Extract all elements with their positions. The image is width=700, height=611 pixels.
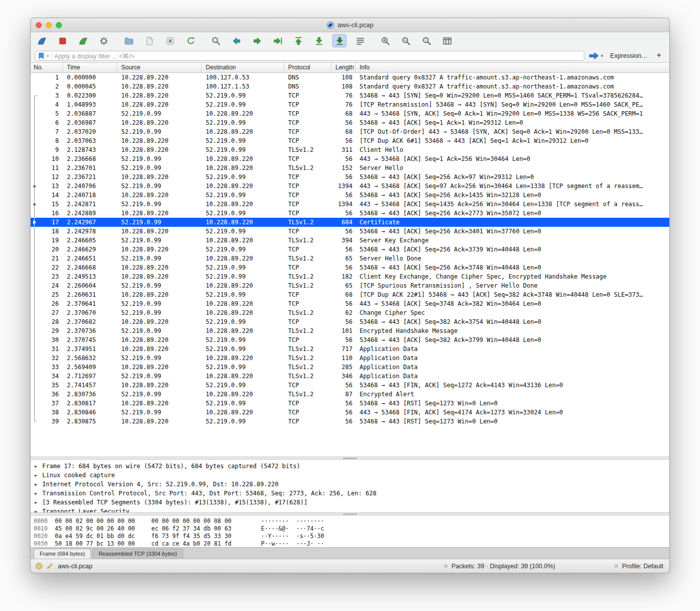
detail-item-3[interactable]: ▶Transmission Control Protocol, Src Port… [31,489,669,498]
colorize-button[interactable] [353,34,367,47]
packet-row-26[interactable]: 262.37064152.219.0.9910.228.89.220TCP564… [31,299,669,308]
go-to-last-button[interactable] [312,34,326,47]
filter-bookmark-icon[interactable] [38,52,44,59]
column-header-no[interactable]: No. [31,63,63,72]
pane-splitter-bottom[interactable] [31,512,669,515]
packet-row-33[interactable]: 332.56940910.228.89.22052.219.0.99TLSv1.… [31,363,669,372]
packet-row-25[interactable]: 252.26063110.228.89.22052.219.0.99TCP68[… [31,290,669,299]
expression-button[interactable]: Expression… [607,52,650,59]
detail-item-2[interactable]: ▶Internet Protocol Version 4, Src: 52.21… [31,480,669,489]
packet-row-9[interactable]: 92.12874310.228.89.22052.219.0.99TLSv1.2… [31,145,669,154]
apply-filter-button[interactable]: ▾ [588,52,603,60]
pane-splitter-top[interactable] [31,457,669,460]
packet-row-21[interactable]: 212.24665152.219.0.9910.228.89.220TLSv1.… [31,254,669,263]
go-forward-button[interactable] [250,34,264,47]
packet-row-5[interactable]: 52.03688752.219.0.9910.228.89.220TCP6844… [31,109,669,118]
hex-row-0030[interactable]: 003050 18 00 77 bc 13 00 00cd ca ce 4a b… [31,540,669,547]
packet-row-38[interactable]: 382.83084652.219.0.9910.228.89.220TCP564… [31,408,669,417]
packet-row-39[interactable]: 392.83087510.228.89.22052.219.0.99TCP565… [31,417,669,426]
packet-row-20[interactable]: 202.24662910.228.89.22052.219.0.99TCP565… [31,245,669,254]
splitter-handle[interactable] [343,458,357,459]
start-capture-button[interactable] [35,34,49,47]
packet-detail-pane[interactable]: ▶Frame 17: 684 bytes on wire (5472 bits)… [31,460,669,512]
packet-row-29[interactable]: 292.37073652.219.0.9910.228.89.220TLSv1.… [31,326,669,335]
restart-capture-button[interactable] [76,34,90,47]
packet-row-10[interactable]: 102.23666852.219.0.9910.228.89.220TCP564… [31,154,669,163]
packet-row-18[interactable]: 182.24297810.228.89.22052.219.0.99TCP565… [31,227,669,236]
minimize-window-button[interactable] [46,22,52,28]
packet-row-28[interactable]: 282.37068210.228.89.22052.219.0.99TCP565… [31,317,669,326]
capture-comment-icon[interactable] [46,562,54,570]
packet-row-37[interactable]: 372.83081710.228.89.22052.219.0.99TCP565… [31,399,669,408]
capture-options-button[interactable] [97,34,111,47]
apply-filter-chevron-icon[interactable]: ▾ [601,53,603,58]
packet-list-body[interactable]: 10.00000010.228.89.220100.127.0.53DNS108… [31,73,669,457]
packet-row-36[interactable]: 362.83073652.219.0.9910.228.89.220TLSv1.… [31,390,669,399]
save-file-button[interactable] [142,34,156,47]
packet-row-16[interactable]: 162.24288910.228.89.22052.219.0.99TCP565… [31,209,669,218]
zoom-out-button[interactable] [399,34,413,47]
packet-row-14[interactable]: 142.24071810.228.89.22052.219.0.99TCP565… [31,191,669,200]
packet-row-22[interactable]: 222.24666810.228.89.22052.219.0.99TCP565… [31,263,669,272]
bytes-tab-0[interactable]: Frame (684 bytes) [34,549,91,559]
column-header-destination[interactable]: Destination [202,63,284,72]
column-header-info[interactable]: Info [356,63,669,72]
zoom-in-button[interactable] [378,34,392,47]
packet-row-27[interactable]: 272.37067052.219.0.9910.228.89.220TLSv1.… [31,308,669,317]
column-header-time[interactable]: Time [63,63,117,72]
status-profile-group[interactable]: Profile: Default [615,563,663,570]
packet-row-24[interactable]: 242.26060452.219.0.9910.228.89.220TLSv1.… [31,281,669,290]
go-to-packet-button[interactable] [271,34,285,47]
zoom-window-button[interactable] [56,22,62,28]
title-bar[interactable]: aws-cli.pcap [31,18,669,32]
detail-item-5[interactable]: ▶Transport Layer Security [31,507,669,512]
disclosure-triangle-icon[interactable]: ▶ [35,489,42,498]
close-window-button[interactable] [36,22,42,28]
packet-row-8[interactable]: 82.03706310.228.89.22052.219.0.99TCP56[T… [31,136,669,145]
packet-row-17[interactable]: 172.24296752.219.0.9910.228.89.220TLSv1.… [31,218,669,227]
resize-columns-button[interactable] [440,34,454,47]
disclosure-triangle-icon[interactable]: ▶ [35,480,42,489]
packet-row-34[interactable]: 342.71269752.219.0.9910.228.89.220TLSv1.… [31,372,669,381]
close-file-button[interactable] [163,34,177,47]
add-filter-button[interactable]: + [655,51,665,61]
disclosure-triangle-icon[interactable]: ▶ [35,462,42,471]
display-filter-input[interactable]: ▾ Apply a display filter ... <⌘/> [35,51,584,61]
open-file-button[interactable] [122,34,136,47]
hex-row-0010[interactable]: 001045 00 02 9c 00 26 40 00ec 06 f2 37 3… [31,525,669,533]
packet-row-13[interactable]: 132.24070652.219.0.9910.228.89.220TCP139… [31,182,669,191]
packet-bytes-pane[interactable]: 000000 00 02 00 00 00 00 0000 00 00 00 0… [31,515,669,547]
packet-row-30[interactable]: 302.37074510.228.89.22052.219.0.99TCP565… [31,335,669,344]
disclosure-triangle-icon[interactable]: ▶ [35,498,42,507]
packet-row-2[interactable]: 20.00004510.228.89.220100.127.1.53DNS108… [31,82,669,91]
expert-info-icon[interactable] [36,563,42,569]
packet-row-31[interactable]: 312.37495110.228.89.22052.219.0.99TLSv1.… [31,344,669,354]
packet-row-4[interactable]: 41.04899310.228.89.22052.219.0.99TCP76[T… [31,100,669,109]
packet-row-1[interactable]: 10.00000010.228.89.220100.127.0.53DNS108… [31,73,669,82]
packet-row-12[interactable]: 122.23672110.228.89.22052.219.0.99TCP565… [31,172,669,182]
stop-capture-button[interactable] [55,34,69,47]
auto-scroll-button[interactable] [332,34,346,47]
packet-row-6[interactable]: 62.03698710.228.89.22052.219.0.99TCP5653… [31,118,669,127]
packet-row-23[interactable]: 232.24951310.228.89.22052.219.0.99TLSv1.… [31,272,669,281]
column-header-protocol[interactable]: Protocol [284,63,331,72]
disclosure-triangle-icon[interactable]: ▶ [35,471,42,480]
column-header-length[interactable]: Length [331,63,356,72]
packet-row-7[interactable]: 72.03702052.219.0.9910.228.89.220TCP68[T… [31,127,669,136]
zoom-reset-button[interactable]: 1 [419,34,433,47]
go-back-button[interactable] [229,34,243,47]
detail-item-0[interactable]: ▶Frame 17: 684 bytes on wire (5472 bits)… [31,462,669,471]
disclosure-triangle-icon[interactable]: ▶ [35,507,42,512]
packet-row-19[interactable]: 192.24660552.219.0.9910.228.89.220TLSv1.… [31,236,669,245]
find-packet-button[interactable] [209,34,223,47]
go-to-first-button[interactable] [291,34,305,47]
packet-row-35[interactable]: 352.74145710.228.89.22052.219.0.99TCP565… [31,381,669,390]
detail-item-1[interactable]: ▶Linux cooked capture [31,471,669,480]
hex-row-0000[interactable]: 000000 00 02 00 00 00 00 0000 00 00 00 0… [31,517,669,525]
column-header-source[interactable]: Source [117,63,202,72]
packet-row-15[interactable]: 152.24287152.219.0.9910.228.89.220TCP139… [31,200,669,209]
packet-row-11[interactable]: 112.23670152.219.0.9910.228.89.220TLSv1.… [31,163,669,172]
filter-bookmark-chevron-icon[interactable]: ▾ [47,54,52,58]
detail-item-4[interactable]: ▶[3 Reassembled TCP Segments (3304 bytes… [31,498,669,507]
status-profile-label[interactable]: Profile: Default [622,563,663,570]
